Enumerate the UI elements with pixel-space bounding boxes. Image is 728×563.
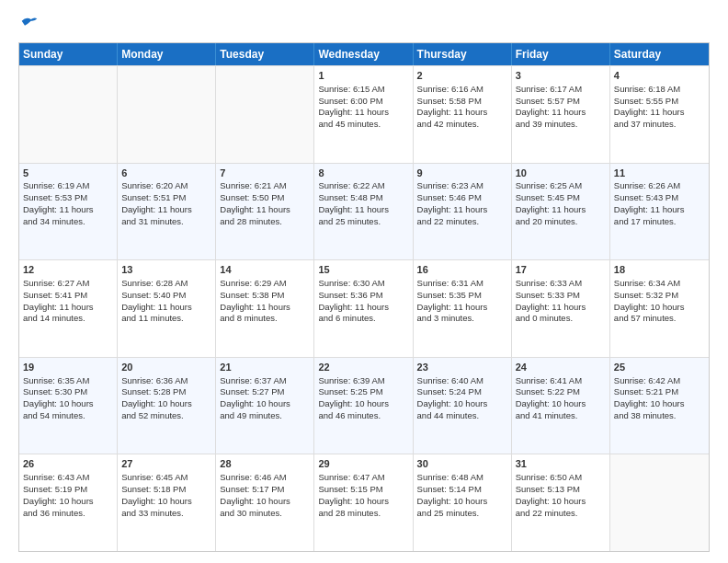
cell-day-number: 8 bbox=[318, 167, 408, 180]
cell-info-line: Daylight: 10 hours bbox=[23, 496, 113, 508]
calendar-cell: 1Sunrise: 6:15 AMSunset: 6:00 PMDaylight… bbox=[314, 66, 413, 163]
cell-info-line: Daylight: 10 hours bbox=[121, 398, 211, 410]
cell-info-line: and 54 minutes. bbox=[23, 410, 113, 422]
cell-info-line: Sunrise: 6:18 AM bbox=[614, 84, 705, 96]
cell-info-line: Daylight: 11 hours bbox=[318, 107, 408, 119]
cell-info-line: Daylight: 11 hours bbox=[516, 204, 606, 216]
calendar-cell: 23Sunrise: 6:40 AMSunset: 5:24 PMDayligh… bbox=[414, 358, 512, 454]
cell-info-line: Sunset: 5:40 PM bbox=[121, 290, 211, 302]
cell-day-number: 20 bbox=[121, 361, 211, 374]
cell-info-line: Sunrise: 6:26 AM bbox=[614, 180, 705, 192]
cell-day-number: 30 bbox=[417, 457, 507, 471]
cell-info-line: and 42 minutes. bbox=[417, 119, 507, 131]
cell-info-line: Sunrise: 6:30 AM bbox=[318, 278, 408, 290]
calendar-cell: 22Sunrise: 6:39 AMSunset: 5:25 PMDayligh… bbox=[314, 358, 413, 454]
cell-info-line: and 34 minutes. bbox=[23, 216, 113, 228]
cell-day-number: 29 bbox=[318, 457, 408, 471]
cell-info-line: Sunrise: 6:43 AM bbox=[23, 472, 113, 484]
cell-info-line: Sunset: 5:38 PM bbox=[220, 290, 310, 302]
cell-day-number: 23 bbox=[417, 361, 507, 374]
cell-info-line: Sunset: 5:22 PM bbox=[516, 386, 606, 398]
cell-info-line: Sunset: 5:55 PM bbox=[614, 96, 705, 108]
cell-info-line: Sunset: 5:17 PM bbox=[220, 484, 310, 496]
cell-info-line: and 25 minutes. bbox=[417, 508, 507, 520]
cell-day-number: 31 bbox=[516, 457, 606, 471]
cell-day-number: 1 bbox=[318, 69, 408, 83]
cell-info-line: and 45 minutes. bbox=[318, 119, 408, 131]
cell-day-number: 14 bbox=[220, 263, 310, 277]
calendar-header-friday: Friday bbox=[512, 43, 610, 65]
cell-info-line: and 25 minutes. bbox=[318, 216, 408, 228]
cell-info-line: Sunset: 5:30 PM bbox=[23, 386, 113, 398]
cell-info-line: and 30 minutes. bbox=[220, 508, 310, 520]
calendar-header: SundayMondayTuesdayWednesdayThursdayFrid… bbox=[19, 43, 709, 65]
cell-info-line: Sunrise: 6:33 AM bbox=[516, 278, 606, 290]
cell-info-line: Daylight: 11 hours bbox=[417, 204, 507, 216]
cell-day-number: 6 bbox=[121, 167, 211, 180]
cell-info-line: and 44 minutes. bbox=[417, 410, 507, 422]
cell-info-line: and 20 minutes. bbox=[516, 216, 606, 228]
cell-info-line: Sunrise: 6:50 AM bbox=[516, 472, 606, 484]
calendar-cell: 17Sunrise: 6:33 AMSunset: 5:33 PMDayligh… bbox=[512, 260, 610, 357]
cell-day-number: 26 bbox=[23, 457, 113, 471]
cell-info-line: Sunrise: 6:28 AM bbox=[121, 278, 211, 290]
cell-info-line: Sunset: 5:15 PM bbox=[318, 484, 408, 496]
cell-day-number: 18 bbox=[614, 263, 705, 277]
cell-info-line: and 39 minutes. bbox=[516, 119, 606, 131]
calendar-cell: 29Sunrise: 6:47 AMSunset: 5:15 PMDayligh… bbox=[314, 454, 413, 551]
cell-day-number: 5 bbox=[23, 167, 113, 180]
cell-info-line: Sunset: 5:32 PM bbox=[614, 290, 705, 302]
cell-info-line: Daylight: 11 hours bbox=[121, 204, 211, 216]
cell-info-line: Sunset: 5:14 PM bbox=[417, 484, 507, 496]
calendar-week-2: 5Sunrise: 6:19 AMSunset: 5:53 PMDaylight… bbox=[19, 163, 709, 260]
cell-day-number: 28 bbox=[220, 457, 310, 471]
calendar-header-wednesday: Wednesday bbox=[314, 43, 413, 65]
cell-info-line: Sunset: 5:46 PM bbox=[417, 192, 507, 204]
cell-info-line: and 33 minutes. bbox=[121, 508, 211, 520]
cell-info-line: Sunrise: 6:17 AM bbox=[516, 84, 606, 96]
logo bbox=[18, 15, 39, 33]
cell-info-line: and 8 minutes. bbox=[220, 313, 310, 325]
cell-info-line: Sunrise: 6:20 AM bbox=[121, 180, 211, 192]
cell-info-line: and 3 minutes. bbox=[417, 313, 507, 325]
calendar-cell: 27Sunrise: 6:45 AMSunset: 5:18 PMDayligh… bbox=[118, 454, 216, 551]
cell-info-line: Sunset: 5:58 PM bbox=[417, 96, 507, 108]
cell-info-line: Sunset: 5:33 PM bbox=[516, 290, 606, 302]
calendar-header-tuesday: Tuesday bbox=[216, 43, 314, 65]
cell-info-line: and 28 minutes. bbox=[318, 508, 408, 520]
calendar-cell: 19Sunrise: 6:35 AMSunset: 5:30 PMDayligh… bbox=[19, 358, 118, 454]
cell-info-line: Daylight: 11 hours bbox=[516, 107, 606, 119]
cell-info-line: Sunrise: 6:21 AM bbox=[220, 180, 310, 192]
calendar-cell: 8Sunrise: 6:22 AMSunset: 5:48 PMDaylight… bbox=[314, 164, 413, 260]
cell-info-line: and 46 minutes. bbox=[318, 410, 408, 422]
cell-day-number: 7 bbox=[220, 167, 310, 180]
cell-info-line: Daylight: 10 hours bbox=[516, 398, 606, 410]
cell-info-line: Daylight: 11 hours bbox=[220, 302, 310, 314]
cell-info-line: and 57 minutes. bbox=[614, 313, 705, 325]
cell-info-line: Daylight: 11 hours bbox=[23, 204, 113, 216]
cell-info-line: Sunset: 5:28 PM bbox=[121, 386, 211, 398]
cell-info-line: and 52 minutes. bbox=[121, 410, 211, 422]
cell-info-line: Daylight: 11 hours bbox=[614, 107, 705, 119]
cell-info-line: Daylight: 10 hours bbox=[614, 398, 705, 410]
cell-day-number: 4 bbox=[614, 69, 705, 83]
calendar-cell: 16Sunrise: 6:31 AMSunset: 5:35 PMDayligh… bbox=[414, 260, 512, 357]
cell-info-line: Sunset: 5:48 PM bbox=[318, 192, 408, 204]
cell-info-line: Sunset: 5:21 PM bbox=[614, 386, 705, 398]
cell-info-line: Sunrise: 6:48 AM bbox=[417, 472, 507, 484]
cell-info-line: Sunrise: 6:45 AM bbox=[121, 472, 211, 484]
cell-info-line: Daylight: 11 hours bbox=[417, 302, 507, 314]
cell-info-line: Sunrise: 6:46 AM bbox=[220, 472, 310, 484]
cell-info-line: Daylight: 11 hours bbox=[614, 204, 705, 216]
cell-info-line: Sunrise: 6:15 AM bbox=[318, 84, 408, 96]
cell-info-line: and 0 minutes. bbox=[516, 313, 606, 325]
cell-day-number: 13 bbox=[121, 263, 211, 277]
page: SundayMondayTuesdayWednesdayThursdayFrid… bbox=[0, 0, 728, 563]
cell-info-line: Daylight: 11 hours bbox=[23, 302, 113, 314]
cell-day-number: 2 bbox=[417, 69, 507, 83]
calendar-cell: 18Sunrise: 6:34 AMSunset: 5:32 PMDayligh… bbox=[610, 260, 709, 357]
cell-info-line: Daylight: 11 hours bbox=[417, 107, 507, 119]
cell-day-number: 17 bbox=[516, 263, 606, 277]
cell-day-number: 16 bbox=[417, 263, 507, 277]
calendar-cell: 28Sunrise: 6:46 AMSunset: 5:17 PMDayligh… bbox=[216, 454, 314, 551]
